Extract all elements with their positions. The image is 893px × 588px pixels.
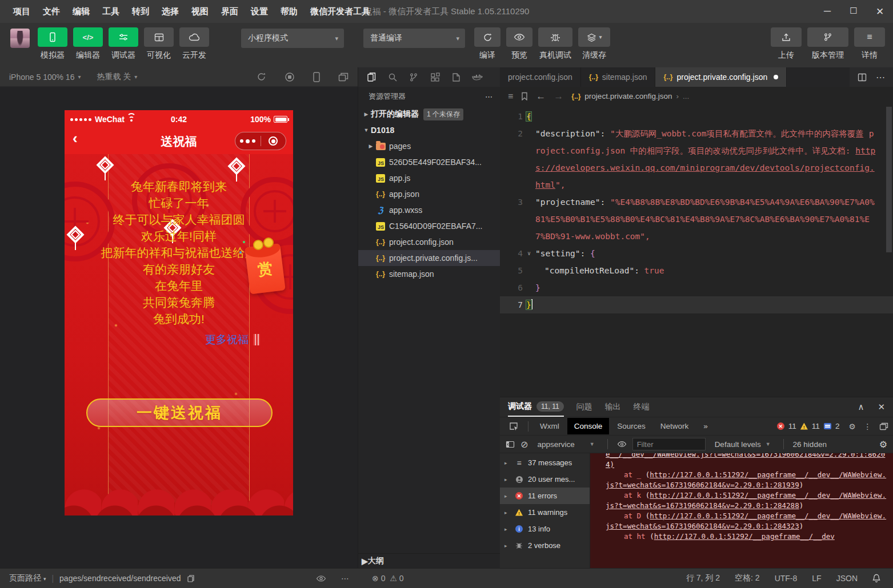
menu-view[interactable]: 视图 [186,4,214,19]
tab-terminal[interactable]: 终端 [634,397,650,417]
clear-console-icon[interactable]: ⊘ [520,439,528,450]
compile-button[interactable]: 编译 [474,27,500,61]
menu-goto[interactable]: 转到 [127,4,154,19]
menu-tools[interactable]: 工具 [97,4,125,19]
device-select[interactable]: iPhone 5 100% 16 ▾ [9,73,81,82]
menu-devtools[interactable]: 微信开发者工具 [305,4,375,19]
inspect-element-icon[interactable] [504,422,523,431]
menu-select[interactable]: 选择 [157,4,184,19]
stack-link[interactable]: http://127.0.0.1:51292/__pageframe__/__d… [654,532,835,541]
stack-link[interactable]: http://127.0.0.1:51292/__pageframe__/__d… [606,512,886,530]
tree-item-project-config[interactable]: {..} project.config.json [358,234,500,250]
preview-button[interactable]: 预览 [506,27,532,61]
more-dots-button[interactable] [235,139,261,143]
details-button[interactable]: ≡ 详情 [854,27,885,61]
filter-info[interactable]: ▸ i 13 info [500,521,590,537]
more-actions-icon[interactable]: ⋯ [876,72,885,83]
page-path-value[interactable]: pages/sendreceived/sendreceived [59,574,181,583]
filter-warnings[interactable]: ▸ ! 11 warnings [500,504,590,521]
nav-forward-icon[interactable]: → [554,91,563,102]
split-editor-icon[interactable] [858,73,867,82]
message-count[interactable]: 2 [835,422,840,430]
stack-link[interactable]: http://127.0.0.1:51292/__pageframe__/__d… [606,491,886,510]
files-icon[interactable] [363,72,380,82]
outline-list-icon[interactable]: ≡ [508,91,513,102]
minimize-button[interactable]: ─ [814,6,840,18]
tree-item-pages[interactable]: ▶ pages [358,138,500,154]
stack-link[interactable]: http://127.0.0.1:51292/__pageframe__/__d… [606,470,886,489]
menu-interface[interactable]: 界面 [216,4,243,19]
copy-icon[interactable] [187,574,195,583]
version-control-button[interactable]: 版本管理 [807,27,848,61]
editor-toggle-button[interactable]: </> 编辑器 [73,27,103,61]
maximize-button[interactable]: ☐ [840,6,867,18]
tab-output[interactable]: 输出 [605,397,621,417]
devtools-kebab-icon[interactable]: ⋮ [864,422,872,431]
menu-settings[interactable]: 设置 [246,4,273,19]
menu-project[interactable]: 项目 [8,4,35,19]
docker-icon[interactable] [468,73,486,82]
device-frame-icon[interactable] [313,72,320,82]
breadcrumb-file[interactable]: {..} project.private.config.json › ... [571,92,689,100]
simulator-toggle-button[interactable]: 模拟器 [38,27,67,61]
explorer-more-icon[interactable]: ⋯ [485,92,493,101]
rotate-icon[interactable] [257,72,266,82]
context-select[interactable]: appservice ▼ [534,439,598,450]
menu-help[interactable]: 帮助 [275,4,303,19]
tree-item-project-private-config[interactable]: {..} project.private.config.js... [358,250,500,266]
language-mode[interactable]: JSON [836,574,858,583]
bookmark-icon[interactable] [521,92,528,100]
filter-user-messages[interactable]: ▸ 20 user mes... [500,471,590,488]
user-avatar[interactable] [10,29,30,48]
nav-back-icon[interactable]: ← [536,91,546,102]
upload-button[interactable]: 上传 [771,27,802,61]
record-icon[interactable] [285,72,295,82]
search-icon[interactable] [384,73,401,82]
filter-all-messages[interactable]: ▸ ≡ 37 messages [500,454,590,471]
devtools-window-icon[interactable] [879,422,888,430]
tree-item-app-wxss[interactable]: ℨ app.wxss [358,202,500,218]
more-blessings-link[interactable]: 更多祝福 [205,332,260,347]
eol-setting[interactable]: LF [812,574,821,583]
red-envelope[interactable]: 赏 [245,244,286,295]
cloud-dev-button[interactable]: 云开发 [179,27,209,61]
warning-count[interactable]: 11 [812,422,820,430]
tree-item-app-json[interactable]: {..} app.json [358,186,500,202]
detach-window-icon[interactable] [338,73,349,82]
more-options-icon[interactable]: ⋯ [341,574,349,583]
menu-file[interactable]: 文件 [38,4,65,19]
back-chevron-icon[interactable]: ‹ [73,131,78,146]
tree-item-app-js[interactable]: JS app.js [358,170,500,186]
extensions-icon[interactable] [426,73,443,82]
devtools-settings-gear-icon[interactable]: ⚙ [848,422,855,431]
hot-reload-toggle[interactable]: 热重载 关 ▾ [97,72,137,82]
project-root-row[interactable]: ▼ D1018 [358,122,500,138]
editor-scrollbar[interactable] [886,106,892,397]
devtools-tab-network[interactable]: Network [654,418,696,434]
page-path-select[interactable]: 页面路径 ▾ [9,573,46,583]
devtools-tab-console[interactable]: Console [567,418,610,434]
mode-select[interactable]: 小程序模式 ▾ [241,29,344,48]
remote-debug-button[interactable]: 真机调试 [538,27,572,61]
devtools-tab-sources[interactable]: Sources [610,418,652,434]
send-blessing-button[interactable]: 一键送祝福 [86,398,273,427]
console-sidebar-toggle-icon[interactable] [506,441,515,448]
tab-debugger[interactable]: 调试器 11, 11 [508,397,564,417]
close-mini-program-button[interactable] [261,136,286,146]
error-count[interactable]: 11 [788,422,796,430]
close-button[interactable]: ✕ [867,6,893,18]
debugger-toggle-button[interactable]: 调试器 [109,27,138,61]
clear-cache-button[interactable]: ▾ 清缓存 [578,27,610,61]
problems-indicator[interactable]: ⊗ 0 ⚠ 0 [372,574,403,583]
open-editors-row[interactable]: ▶ 打开的编辑器 1 个未保存 [358,106,500,122]
menu-edit[interactable]: 编辑 [67,4,95,19]
tab-project-config[interactable]: project.config.json [500,67,581,87]
tab-sitemap[interactable]: {..} sitemap.json [581,67,656,87]
code-editor[interactable]: 1∨ { 2 "description": "大鹏源码网_wobbt.com项目… [500,106,893,397]
devtools-tab-wxml[interactable]: Wxml [533,418,566,434]
source-control-icon[interactable] [405,73,422,82]
outline-section[interactable]: ▶ 大纲 [358,553,500,568]
tab-project-private-config[interactable]: {..} project.private.config.json [655,67,787,87]
compile-mode-select[interactable]: 普通编译 ▾ [363,29,465,48]
panel-expand-icon[interactable]: ∧ [858,402,864,412]
